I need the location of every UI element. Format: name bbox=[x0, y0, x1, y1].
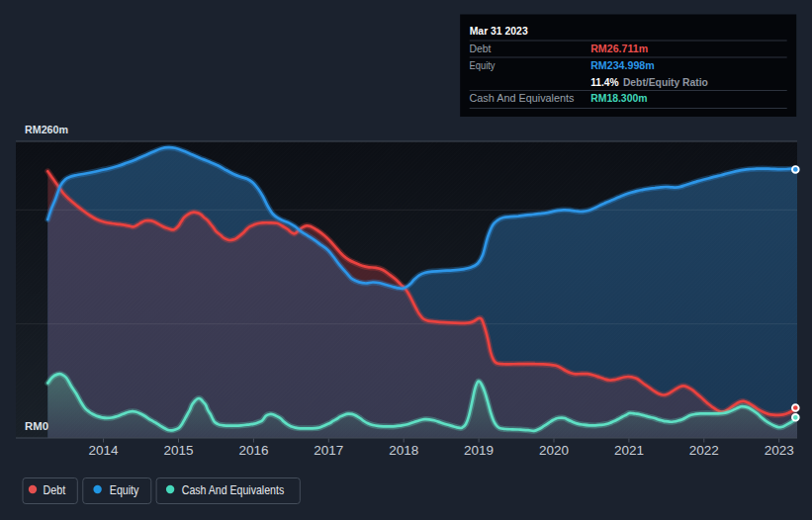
svg-text:2015: 2015 bbox=[163, 443, 193, 458]
svg-text:11.4%: 11.4% bbox=[590, 76, 619, 88]
svg-text:2019: 2019 bbox=[464, 443, 494, 458]
svg-text:2021: 2021 bbox=[614, 443, 644, 458]
svg-text:RM260m: RM260m bbox=[25, 124, 68, 135]
svg-text:RM26.711m: RM26.711m bbox=[590, 43, 648, 54]
svg-text:Debt: Debt bbox=[470, 43, 492, 54]
svg-text:Mar 31 2023: Mar 31 2023 bbox=[470, 25, 528, 37]
svg-text:2023: 2023 bbox=[765, 443, 794, 458]
svg-text:RM234.998m: RM234.998m bbox=[590, 59, 655, 71]
svg-text:2022: 2022 bbox=[689, 443, 719, 458]
svg-text:2017: 2017 bbox=[314, 443, 343, 458]
svg-text:RM18.300m: RM18.300m bbox=[590, 92, 647, 104]
svg-text:RM0: RM0 bbox=[25, 420, 48, 432]
svg-text:2020: 2020 bbox=[539, 443, 569, 458]
svg-text:2018: 2018 bbox=[389, 443, 418, 458]
svg-text:Cash And Equivalents: Cash And Equivalents bbox=[470, 92, 575, 104]
svg-text:Equity: Equity bbox=[470, 59, 496, 71]
svg-text:Debt/Equity Ratio: Debt/Equity Ratio bbox=[623, 76, 708, 88]
svg-text:Debt: Debt bbox=[44, 482, 66, 497]
svg-text:2014: 2014 bbox=[89, 443, 120, 458]
svg-text:Cash And Equivalents: Cash And Equivalents bbox=[182, 482, 285, 497]
svg-text:2016: 2016 bbox=[238, 443, 268, 458]
svg-text:Equity: Equity bbox=[110, 482, 139, 497]
